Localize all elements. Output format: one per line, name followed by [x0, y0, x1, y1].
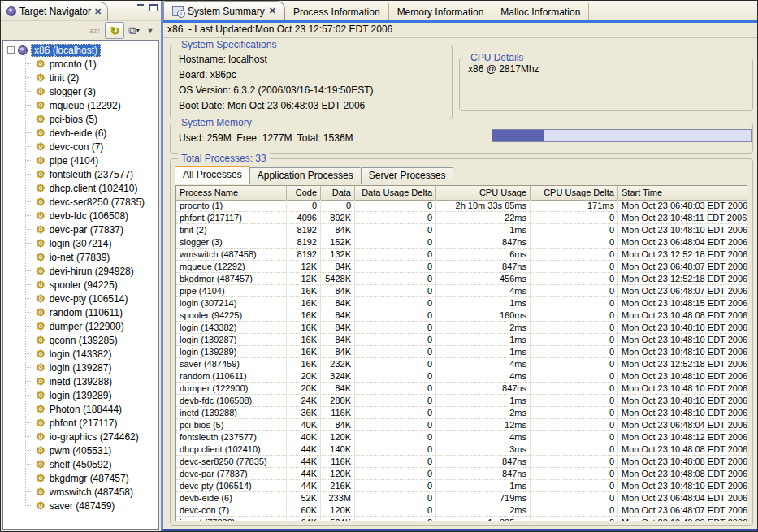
- tree-item[interactable]: ⚙ mqueue (12292): [3, 98, 158, 112]
- tree-item[interactable]: ⚙ slogger (3): [3, 84, 158, 98]
- table-row[interactable]: wmswitch (487458) 8192 132K 0 6ms 0 Mon …: [176, 249, 747, 261]
- view-menu-icon[interactable]: ▼: [144, 24, 157, 37]
- table-row[interactable]: devc-par (77837) 44K 120K 0 847ns 0 Mon …: [176, 468, 747, 480]
- tree-item-label: bkgdmgr (487457): [50, 473, 129, 484]
- refresh-button[interactable]: ↻: [105, 22, 124, 39]
- tree-item[interactable]: ⚙ qconn (139285): [3, 333, 158, 347]
- tree-root-label[interactable]: x86 (localhost): [31, 44, 101, 57]
- process-gear-icon: ⚙: [36, 431, 45, 442]
- cpu-usage-cell: 847ns: [436, 383, 531, 394]
- minimize-icon[interactable]: [136, 4, 145, 11]
- tree-item[interactable]: ⚙ login (139287): [3, 361, 158, 374]
- table-row[interactable]: login (307214) 16K 84K 0 1ms 0 Mon Oct 2…: [176, 297, 747, 309]
- tree-item[interactable]: ⚙ fontsleuth (237577): [3, 167, 158, 181]
- table-row[interactable]: login (143382) 16K 84K 0 2ms 0 Mon Oct 2…: [176, 322, 747, 334]
- table-row[interactable]: io-net (77839) 64K 524K 0 1s 335ms 0 Mon…: [176, 517, 747, 521]
- data-cell: 116K: [321, 456, 355, 467]
- tree-item[interactable]: ⚙ pwm (405531): [3, 443, 158, 457]
- tree-root-row[interactable]: − x86 (localhost): [3, 43, 158, 57]
- table-row[interactable]: dumper (122900) 20K 84K 0 847ns 0 Mon Oc…: [176, 383, 747, 395]
- tree-item[interactable]: ⚙ devb-fdc (106508): [3, 209, 158, 223]
- table-row[interactable]: phfont (217117) 4096 892K 0 22ms 0 Mon O…: [176, 212, 747, 224]
- table-row[interactable]: pci-bios (5) 40K 84K 0 12ms 0 Mon Oct 23…: [176, 419, 747, 431]
- tab-server-processes[interactable]: Server Processes: [361, 167, 454, 184]
- table-row[interactable]: devc-con (7) 60K 120K 0 2ms 0 Mon Oct 23…: [176, 504, 747, 517]
- col-process-name[interactable]: Process Name: [176, 186, 287, 200]
- table-row[interactable]: tinit (2) 8192 84K 0 1ms 0 Mon Oct 23 10…: [176, 224, 747, 236]
- tab-memory-information[interactable]: Memory Information: [389, 3, 493, 20]
- table-row[interactable]: devb-fdc (106508) 24K 280K 0 1ms 0 Mon O…: [176, 395, 747, 407]
- tree-item[interactable]: ⚙ tinit (2): [3, 71, 158, 84]
- cpu-usage-delta-cell: 0: [531, 285, 618, 296]
- table-row[interactable]: saver (487459) 16K 232K 0 4ms 0 Mon Oct …: [176, 358, 747, 370]
- table-row[interactable]: devb-eide (6) 52K 233M 0 719ms 0 Mon Oct…: [176, 492, 747, 504]
- code-cell: 0: [287, 200, 321, 211]
- close-icon[interactable]: ✕: [269, 6, 276, 16]
- table-row[interactable]: random (110611) 20K 324K 0 4ms 0 Mon Oct…: [176, 370, 747, 383]
- tab-system-summary[interactable]: System Summary ✕: [163, 1, 285, 20]
- tree-item[interactable]: ⚙ phfont (217117): [3, 416, 158, 430]
- maximize-icon[interactable]: [149, 4, 158, 11]
- close-icon[interactable]: ✕: [94, 7, 102, 15]
- target-navigator-tab[interactable]: Target Navigator ✕: [2, 2, 108, 20]
- process-gear-icon: ⚙: [36, 279, 45, 290]
- table-row[interactable]: bkgdmgr (487457) 12K 5428K 0 456ms 0 Mon…: [176, 273, 747, 285]
- tree-item[interactable]: ⚙ inetd (139288): [3, 374, 158, 388]
- switch-target-button[interactable]: ⧉▾: [128, 24, 141, 37]
- tree-item-label: qconn (139285): [50, 335, 118, 346]
- tree-item[interactable]: ⚙ devc-par (77837): [3, 223, 158, 236]
- collapse-icon[interactable]: −: [7, 46, 15, 54]
- col-cpu-usage[interactable]: CPU Usage: [436, 186, 531, 200]
- table-row[interactable]: pipe (4104) 16K 84K 0 4ms 0 Mon Oct 23 0…: [176, 285, 747, 297]
- tree-item[interactable]: ⚙ devi-hirun (294928): [3, 264, 158, 278]
- cpu-usage-cell: 1ms: [436, 346, 531, 357]
- col-cpu-usage-delta[interactable]: CPU Usage Delta: [531, 186, 618, 200]
- table-row[interactable]: spooler (94225) 16K 84K 0 160ms 0 Mon Oc…: [176, 309, 747, 322]
- table-row[interactable]: fontsleuth (237577) 40K 120K 0 4ms 0 Mon…: [176, 431, 747, 443]
- tree-item[interactable]: ⚙ dumper (122900): [3, 319, 158, 333]
- tab-malloc-information[interactable]: Malloc Information: [492, 3, 589, 20]
- start-time-cell: Mon Oct 23 10:48:08 EDT 2006: [618, 456, 747, 467]
- col-start-time[interactable]: Start Time: [618, 186, 747, 200]
- process-gear-icon: ⚙: [36, 321, 45, 331]
- data-cell: 280K: [321, 395, 355, 406]
- tree-item[interactable]: ⚙ io-net (77839): [3, 250, 158, 264]
- tree-item[interactable]: ⚙ dhcp.client (102410): [3, 181, 158, 195]
- tree-item[interactable]: ⚙ bkgdmgr (487457): [3, 471, 158, 485]
- tree-item[interactable]: ⚙ shelf (450592): [3, 457, 158, 471]
- tree-item[interactable]: ⚙ Photon (188444): [3, 402, 158, 416]
- tree-item[interactable]: ⚙ procnto (1): [3, 57, 158, 71]
- tree-item[interactable]: ⚙ pci-bios (5): [3, 112, 158, 126]
- data-usage-delta-cell: 0: [355, 443, 436, 455]
- table-row[interactable]: mqueue (12292) 12K 84K 0 847ns 0 Mon Oct…: [176, 261, 747, 273]
- tab-application-processes[interactable]: Application Processes: [249, 167, 362, 184]
- table-row[interactable]: login (139287) 16K 84K 0 1ms 0 Mon Oct 2…: [176, 334, 747, 346]
- table-row[interactable]: inetd (139288) 36K 116K 0 2ms 0 Mon Oct …: [176, 407, 747, 419]
- hostname-value: Hostname: localhost: [171, 52, 452, 67]
- tree-item[interactable]: ⚙ spooler (94225): [3, 278, 158, 292]
- table-row[interactable]: login (139289) 16K 84K 0 1ms 0 Mon Oct 2…: [176, 346, 747, 358]
- tab-process-information[interactable]: Process Information: [285, 3, 389, 20]
- table-row[interactable]: devc-pty (106514) 44K 216K 0 1ms 0 Mon O…: [176, 480, 747, 492]
- col-data-usage-delta[interactable]: Data Usage Delta: [355, 186, 436, 200]
- tree-item[interactable]: ⚙ wmswitch (487458): [3, 485, 158, 499]
- tree-item[interactable]: ⚙ random (110611): [3, 305, 158, 319]
- tree-item[interactable]: ⚙ login (307214): [3, 236, 158, 250]
- tree-item[interactable]: ⚙ login (143382): [3, 347, 158, 361]
- tree-item[interactable]: ⚙ devc-con (7): [3, 140, 158, 154]
- sort-icon[interactable]: az↑: [89, 24, 102, 37]
- col-data[interactable]: Data: [321, 186, 355, 200]
- tree-item[interactable]: ⚙ login (139289): [3, 388, 158, 402]
- tree-item[interactable]: ⚙ saver (487459): [3, 499, 158, 513]
- table-row[interactable]: dhcp.client (102410) 44K 140K 0 3ms 0 Mo…: [176, 443, 747, 456]
- tree-item[interactable]: ⚙ io-graphics (274462): [3, 430, 158, 443]
- tree-item[interactable]: ⚙ devb-eide (6): [3, 126, 158, 140]
- tree-item[interactable]: ⚙ pipe (4104): [3, 154, 158, 167]
- table-row[interactable]: slogger (3) 8192 152K 0 847ns 0 Mon Oct …: [176, 236, 747, 249]
- table-row[interactable]: devc-ser8250 (77835) 44K 116K 0 847ns 0 …: [176, 456, 747, 468]
- table-row[interactable]: procnto (1) 0 0 0 2h 10m 33s 65ms 171ms …: [176, 200, 747, 212]
- col-code[interactable]: Code: [287, 186, 321, 200]
- tree-item[interactable]: ⚙ devc-pty (106514): [3, 292, 158, 305]
- tab-all-processes[interactable]: All Processes: [175, 166, 250, 184]
- tree-item[interactable]: ⚙ devc-ser8250 (77835): [3, 195, 158, 209]
